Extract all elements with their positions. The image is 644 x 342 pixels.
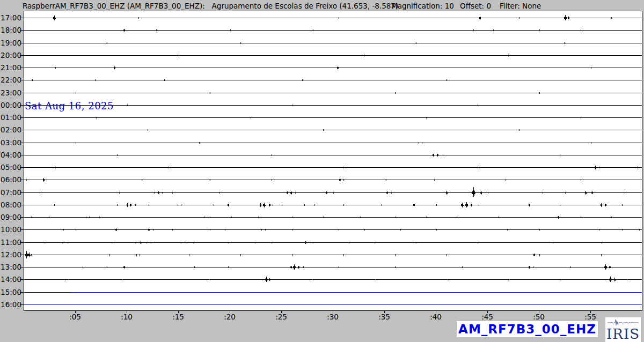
iris-logo-text: IRIS — [606, 326, 640, 342]
minute-label-:45: :45 — [478, 313, 496, 321]
hour-label-22:00: 22:00 — [0, 76, 21, 84]
hour-tick-12:00 — [20, 255, 24, 255]
seismogram-traces — [24, 11, 642, 310]
hour-tick-20:00 — [20, 55, 24, 56]
plot-area: Sat Aug 16, 2025 — [24, 11, 642, 311]
hour-tick-03:00 — [20, 143, 24, 143]
filter-label: Filter: None — [500, 2, 541, 10]
hour-label-14:00: 14:00 — [0, 275, 21, 284]
hour-label-03:00: 03:00 — [0, 138, 21, 147]
iris-logo-graphic: IRIS — [605, 317, 641, 342]
hour-label-15:00: 15:00 — [0, 288, 21, 296]
hour-label-19:00: 19:00 — [0, 39, 21, 47]
minute-label-:20: :20 — [221, 313, 239, 321]
hour-tick-11:00 — [20, 242, 24, 243]
station-title: RaspberrAM_RF7B3_00_EHZ (AM_RF7B3_00_EHZ… — [23, 2, 398, 10]
hour-label-07:00: 07:00 — [0, 188, 21, 197]
hour-tick-10:00 — [20, 229, 24, 230]
hour-label-16:00: 16:00 — [0, 300, 21, 309]
hour-tick-18:00 — [20, 30, 24, 31]
hour-label-17:00: 17:00 — [0, 13, 21, 22]
hour-label-09:00: 09:00 — [0, 213, 21, 221]
helicorder-screen: RaspberrAM_RF7B3_00_EHZ (AM_RF7B3_00_EHZ… — [0, 0, 644, 342]
minute-label-:55: :55 — [581, 313, 599, 321]
hour-label-05:00: 05:00 — [0, 163, 21, 172]
hour-tick-22:00 — [20, 80, 24, 80]
hour-tick-09:00 — [20, 217, 24, 218]
hour-tick-02:00 — [20, 130, 24, 130]
minute-label-:30: :30 — [324, 313, 342, 321]
hour-tick-13:00 — [20, 267, 24, 267]
iris-logo: IRIS — [605, 317, 641, 342]
hour-tick-01:00 — [20, 117, 24, 118]
hour-label-04:00: 04:00 — [0, 151, 21, 159]
hour-tick-07:00 — [20, 192, 24, 193]
hour-tick-08:00 — [20, 205, 24, 205]
trace-events-14:00 — [66, 277, 627, 282]
hour-tick-17:00 — [20, 18, 24, 18]
header-bar: RaspberrAM_RF7B3_00_EHZ (AM_RF7B3_00_EHZ… — [0, 2, 644, 11]
trace-events-12:00 — [25, 251, 602, 258]
hour-label-10:00: 10:00 — [0, 225, 21, 234]
hour-tick-05:00 — [20, 167, 24, 168]
hour-tick-19:00 — [20, 43, 24, 43]
hour-tick-14:00 — [20, 279, 24, 280]
hour-label-01:00: 01:00 — [0, 113, 21, 122]
hour-tick-04:00 — [20, 155, 24, 155]
hour-label-23:00: 23:00 — [0, 88, 21, 97]
hour-label-13:00: 13:00 — [0, 263, 21, 271]
hour-label-08:00: 08:00 — [0, 200, 21, 209]
hour-label-06:00: 06:00 — [0, 175, 21, 184]
hour-label-18:00: 18:00 — [0, 26, 21, 34]
hour-label-02:00: 02:00 — [0, 125, 21, 134]
minute-label-:40: :40 — [427, 313, 445, 321]
trace-events-17:00 — [54, 15, 612, 21]
minute-label-:25: :25 — [272, 313, 290, 321]
minute-label-:05: :05 — [66, 313, 84, 321]
iris-seismogram-squiggle — [608, 319, 639, 325]
hour-tick-23:00 — [20, 93, 24, 93]
hour-tick-15:00 — [20, 292, 24, 293]
magnification-label: Magnification: 10 — [391, 2, 454, 10]
hour-label-11:00: 11:00 — [0, 238, 21, 247]
minute-label-:50: :50 — [530, 313, 548, 321]
trace-events-13:00 — [83, 264, 611, 270]
station-badge-label: AM_RF7B3_00_EHZ — [458, 322, 596, 336]
hour-tick-16:00 — [20, 304, 24, 305]
hour-tick-06:00 — [20, 180, 24, 180]
trace-events-08:00 — [55, 202, 623, 208]
minute-label-:15: :15 — [169, 313, 187, 321]
hour-label-20:00: 20:00 — [0, 51, 21, 60]
hour-tick-21:00 — [20, 68, 24, 68]
station-badge: AM_RF7B3_00_EHZ — [457, 321, 598, 337]
minute-label-:10: :10 — [118, 313, 136, 321]
hour-label-12:00: 12:00 — [0, 250, 21, 259]
trace-events-07:00 — [40, 187, 625, 198]
minute-label-:35: :35 — [375, 313, 393, 321]
hour-tick-00:00 — [20, 105, 24, 106]
hour-label-00:00: 00:00 — [0, 101, 21, 109]
offset-label: Offset: 0 — [460, 2, 491, 10]
hour-label-21:00: 21:00 — [0, 63, 21, 72]
